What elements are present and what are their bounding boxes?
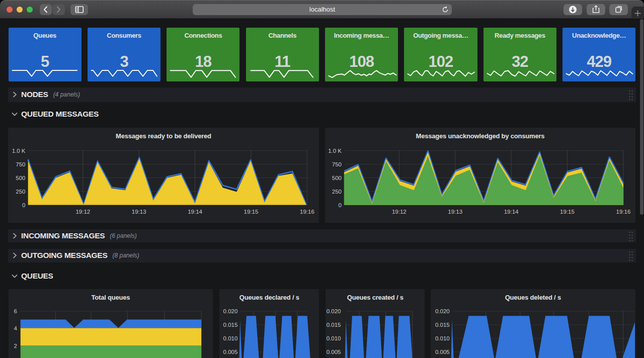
svg-text:0.005: 0.005 <box>223 349 238 355</box>
svg-text:250: 250 <box>332 189 341 195</box>
svg-text:0.020: 0.020 <box>223 308 238 314</box>
svg-text:0.020: 0.020 <box>435 308 450 314</box>
svg-text:19:16: 19:16 <box>616 209 630 215</box>
svg-text:0.020: 0.020 <box>327 308 341 314</box>
svg-text:1.0 K: 1.0 K <box>328 148 342 154</box>
svg-text:2: 2 <box>14 343 17 349</box>
svg-text:0.015: 0.015 <box>435 322 450 328</box>
svg-text:4: 4 <box>14 325 17 331</box>
svg-text:6: 6 <box>14 308 17 314</box>
svg-text:0.010: 0.010 <box>223 335 238 341</box>
svg-text:19:13: 19:13 <box>132 209 146 215</box>
svg-text:500: 500 <box>332 175 341 181</box>
svg-text:19:14: 19:14 <box>504 209 518 215</box>
svg-text:19:15: 19:15 <box>244 209 259 215</box>
svg-text:0.015: 0.015 <box>223 322 238 328</box>
svg-text:0.010: 0.010 <box>435 335 450 341</box>
svg-text:0.010: 0.010 <box>327 335 341 341</box>
svg-text:19:13: 19:13 <box>448 209 462 215</box>
svg-text:0: 0 <box>338 202 341 208</box>
svg-text:0.005: 0.005 <box>435 349 450 355</box>
svg-text:0.015: 0.015 <box>327 322 341 328</box>
svg-text:250: 250 <box>16 189 25 195</box>
svg-text:500: 500 <box>16 175 25 181</box>
svg-text:1.0 K: 1.0 K <box>12 148 26 154</box>
svg-text:0.005: 0.005 <box>327 349 341 355</box>
svg-text:19:14: 19:14 <box>188 209 202 215</box>
svg-text:0: 0 <box>22 202 25 208</box>
svg-text:750: 750 <box>16 161 25 167</box>
svg-text:750: 750 <box>332 161 341 167</box>
svg-text:19:12: 19:12 <box>391 209 406 215</box>
svg-text:19:12: 19:12 <box>75 209 90 215</box>
svg-text:19:16: 19:16 <box>300 209 314 215</box>
svg-text:19:15: 19:15 <box>560 209 575 215</box>
